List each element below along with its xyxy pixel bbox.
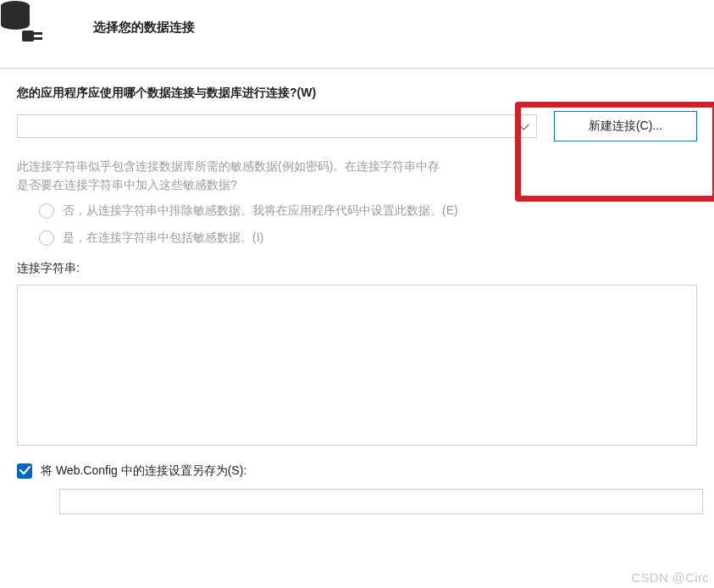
connection-string-label: 连接字符串: <box>17 261 697 276</box>
database-plug-icon <box>0 0 51 47</box>
radio-label-yes: 是，在连接字符串中包括敏感数据。(I) <box>63 230 263 246</box>
svg-rect-3 <box>34 37 42 40</box>
save-config-name-input[interactable] <box>59 489 703 514</box>
svg-rect-1 <box>22 31 34 42</box>
wizard-title: 选择您的数据连接 <box>93 19 195 36</box>
new-connection-button[interactable]: 新建连接(C)... <box>554 111 697 141</box>
save-config-checkbox[interactable] <box>17 463 32 479</box>
radio-icon <box>39 230 54 246</box>
connection-string-textarea[interactable] <box>17 285 697 446</box>
save-config-label: 将 Web.Config 中的连接设置另存为(S): <box>41 463 246 479</box>
watermark-text: CSDN @Circ <box>631 570 709 585</box>
radio-label-no: 否，从连接字符串中排除敏感数据。我将在应用程序代码中设置此数据。(E) <box>63 203 458 219</box>
connection-question-label: 您的应用程序应使用哪个数据连接与数据库进行连接?(W) <box>17 86 697 101</box>
svg-rect-2 <box>34 32 42 35</box>
radio-option-yes: 是，在连接字符串中包括敏感数据。(I) <box>39 230 697 246</box>
radio-icon <box>39 203 54 219</box>
connection-dropdown[interactable] <box>17 114 537 138</box>
header-divider <box>0 68 714 69</box>
radio-option-no: 否，从连接字符串中排除敏感数据。我将在应用程序代码中设置此数据。(E) <box>39 203 697 219</box>
sensitive-data-info: 此连接字符串似乎包含连接数据库所需的敏感数据(例如密码)。在连接字符串中存 是否… <box>17 157 697 195</box>
